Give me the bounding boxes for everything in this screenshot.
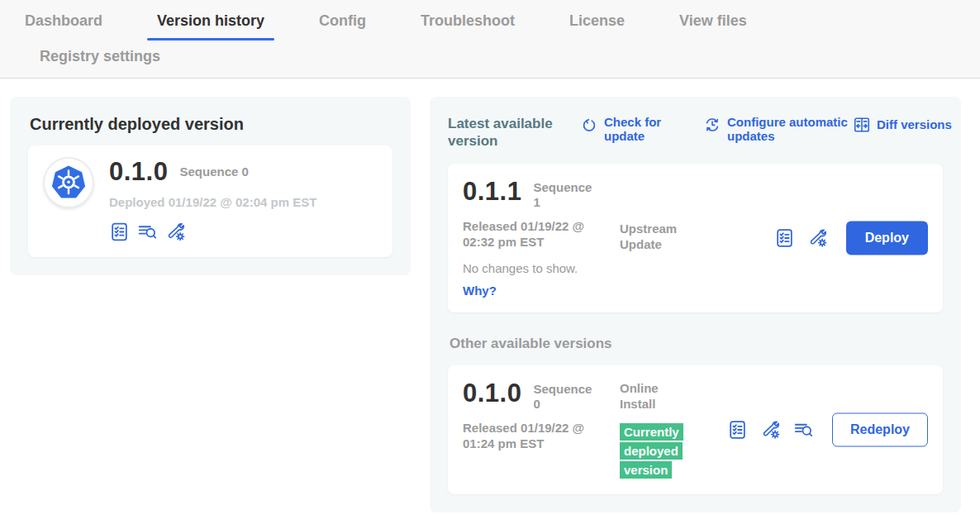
tab-dashboard[interactable]: Dashboard [25,12,102,41]
other-released-timestamp: Released 01/19/22 @ 01:24 pm EST [463,420,600,452]
nav-row-primary: Dashboard Version history Config Trouble… [0,12,980,41]
other-versions-heading: Other available versions [450,336,943,352]
other-version-card: 0.1.0 Sequence 0 Released 01/19/22 @ 01:… [448,365,943,495]
preflight-checks-icon[interactable] [727,419,748,440]
app-logo [45,159,93,207]
redeploy-button[interactable]: Redeploy [832,412,928,446]
deployed-sequence-label: Sequence 0 [179,164,248,179]
edit-config-icon[interactable] [165,222,186,242]
available-versions-panel: Latest available version Check for updat… [430,97,961,512]
deployed-timestamp: Deployed 01/19/22 @ 02:04 pm EST [109,195,316,209]
deployed-action-icons [109,222,316,242]
edit-config-icon[interactable] [760,419,781,440]
available-header: Latest available version Check for updat… [448,115,943,150]
deployed-version-card: 0.1.0 Sequence 0 Deployed 01/19/22 @ 02:… [28,145,392,257]
refresh-icon [580,116,598,134]
kubernetes-logo-icon [50,164,87,201]
currently-deployed-panel: Currently deployed version 0.1.0 Sequenc… [10,97,411,275]
top-nav: Dashboard Version history Config Trouble… [0,0,980,79]
deployed-version-info: 0.1.0 Sequence 0 Deployed 01/19/22 @ 02:… [109,159,316,242]
other-sequence-label: Sequence 0 [533,382,594,412]
latest-released-timestamp: Released 01/19/22 @ 02:32 pm EST [463,218,600,250]
preflight-checks-icon[interactable] [774,227,795,248]
tab-version-history[interactable]: Version history [157,12,264,41]
latest-available-title: Latest available version [448,115,559,150]
configure-automatic-updates-label: Configure automatic updates [727,115,853,144]
latest-sequence-label: Sequence 1 [533,180,594,210]
latest-version-number: 0.1.1 [463,179,521,204]
configure-automatic-updates-link[interactable]: Configure automatic updates [703,115,853,144]
latest-version-source: Upstream Update [620,179,719,298]
edit-config-icon[interactable] [807,227,828,248]
check-for-update-label: Check for update [604,115,668,144]
currently-deployed-badge: Currently deployed version [620,422,691,480]
preflight-checks-icon[interactable] [109,222,130,242]
version-history-page: Currently deployed version 0.1.0 Sequenc… [0,79,980,529]
why-link[interactable]: Why? [463,284,620,298]
view-files-icon[interactable] [137,222,158,242]
view-files-icon[interactable] [793,419,814,440]
latest-source-label: Upstream Update [620,221,687,253]
other-version-info: 0.1.0 Sequence 0 Released 01/19/22 @ 01:… [463,380,620,480]
deployed-version-number: 0.1.0 [109,159,168,184]
tab-registry-settings[interactable]: Registry settings [40,48,980,65]
check-for-update-link[interactable]: Check for update [580,115,668,144]
no-changes-note: No changes to show. [463,261,620,275]
deployed-panel-title: Currently deployed version [30,115,392,134]
tab-license[interactable]: License [569,12,625,41]
other-source-label: Online Install [620,380,687,412]
auto-update-icon [703,116,721,134]
other-version-number: 0.1.0 [463,380,521,406]
tab-view-files[interactable]: View files [679,12,747,41]
diff-icon [853,116,871,134]
latest-version-info: 0.1.1 Sequence 1 Released 01/19/22 @ 02:… [463,179,620,298]
deploy-button[interactable]: Deploy [846,221,928,255]
diff-versions-label: Diff versions [877,117,952,131]
latest-version-card: 0.1.1 Sequence 1 Released 01/19/22 @ 02:… [448,164,943,312]
tab-config[interactable]: Config [319,12,366,41]
tab-troubleshoot[interactable]: Troubleshoot [421,12,515,41]
nav-row-secondary: Registry settings [0,41,980,78]
diff-versions-link[interactable]: Diff versions [853,115,952,134]
other-version-actions: Redeploy [727,412,928,446]
other-version-source: Online Install Currently deployed versio… [620,380,719,480]
currently-deployed-badge-text: Currently deployed version [620,423,683,479]
latest-version-actions: Deploy [774,221,928,255]
